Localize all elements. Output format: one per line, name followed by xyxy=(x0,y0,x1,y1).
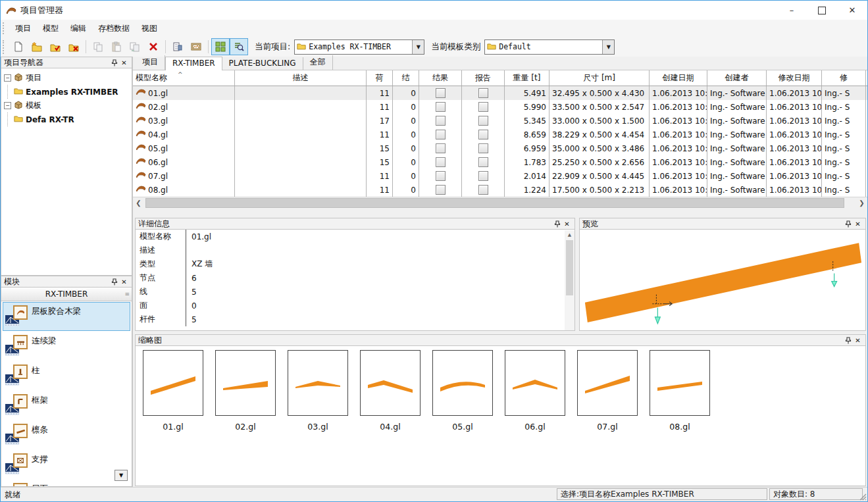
module-item-glulam-beam[interactable]: 层板胶合木梁 xyxy=(3,302,130,331)
resize-grip[interactable] xyxy=(859,493,867,501)
expander-minus-icon[interactable]: − xyxy=(4,74,11,82)
column-header-2[interactable]: 描述 xyxy=(235,70,367,86)
thumbnail-item-04.gl[interactable]: 04.gl xyxy=(354,350,426,432)
paste-button[interactable] xyxy=(107,38,126,55)
module-item-roof[interactable]: 屋面 xyxy=(3,480,130,487)
module-item-column[interactable]: 柱 xyxy=(3,361,130,390)
results-checkbox[interactable] xyxy=(436,102,446,112)
modules-pin-icon[interactable] xyxy=(109,277,119,286)
report-checkbox[interactable] xyxy=(478,102,488,112)
scroll-right-icon[interactable]: ❯ xyxy=(856,197,867,209)
details-pin-icon[interactable] xyxy=(552,219,562,228)
report-checkbox[interactable] xyxy=(478,130,488,139)
scroll-up-icon[interactable]: ▲ xyxy=(565,230,574,239)
report-checkbox[interactable] xyxy=(478,143,488,153)
thumbnail-item-01.gl[interactable]: 01.gl xyxy=(137,350,209,432)
table-horizontal-scrollbar[interactable]: ❮ ❯ xyxy=(133,197,867,209)
menu-item-4[interactable]: 存档数据 xyxy=(92,22,136,35)
delete-project-button[interactable] xyxy=(64,38,83,55)
tab-plate-buckling[interactable]: PLATE-BUCKLING xyxy=(222,57,303,70)
report-checkbox[interactable] xyxy=(478,171,488,181)
tab-项目[interactable]: 项目 xyxy=(136,55,165,70)
results-checkbox[interactable] xyxy=(436,116,446,126)
thumbnail-item-07.gl[interactable]: 07.gl xyxy=(571,350,644,432)
menu-item-3[interactable]: 编辑 xyxy=(64,22,92,35)
current-project-dropdown-arrow-icon[interactable]: ▼ xyxy=(412,40,424,54)
column-header-4[interactable]: 结 xyxy=(393,70,419,86)
column-header-12[interactable]: 修 xyxy=(822,70,866,86)
tree-node-2[interactable]: −模板 xyxy=(1,99,132,113)
connect-project-button[interactable] xyxy=(46,38,64,55)
modules-scroll-down-button[interactable]: ▼ xyxy=(115,470,128,481)
results-checkbox[interactable] xyxy=(436,143,446,153)
thumbnail-image-gable-peak[interactable] xyxy=(505,350,565,416)
menu-item-1[interactable]: 项目 xyxy=(9,22,37,35)
thumbnail-image-taper-right[interactable] xyxy=(215,350,276,416)
results-checkbox[interactable] xyxy=(436,130,446,139)
report-checkbox[interactable] xyxy=(478,185,488,195)
table-row-04.gl[interactable]: 04.gl1108.65938.229 x 0.500 x 4.4541.06.… xyxy=(133,128,867,141)
column-header-11[interactable]: 修改日期 xyxy=(767,70,822,86)
current-project-combobox[interactable]: Examples RX-TIMBER ▼ xyxy=(294,39,424,55)
column-header-6[interactable]: 报告 xyxy=(462,70,505,86)
modules-group-header[interactable]: RX-TIMBER ≡ xyxy=(1,288,132,301)
thumbnail-image-flat-slope[interactable] xyxy=(650,350,710,416)
results-checkbox[interactable] xyxy=(436,171,446,181)
table-row-05.gl[interactable]: 05.gl1506.95935.000 x 0.500 x 3.4861.06.… xyxy=(133,141,867,155)
scrollbar-thumb[interactable] xyxy=(145,198,844,208)
table-row-08.gl[interactable]: 08.gl1101.22417.500 x 0.500 x 2.2131.06.… xyxy=(133,183,867,197)
details-scrollbar[interactable]: ▲ xyxy=(565,230,574,330)
results-checkbox[interactable] xyxy=(436,157,446,167)
template-category-combobox[interactable]: Default ▼ xyxy=(484,39,615,55)
tree-node-1[interactable]: −项目 xyxy=(1,71,132,85)
thumbnail-item-06.gl[interactable]: 06.gl xyxy=(499,350,571,432)
copy-button[interactable] xyxy=(89,38,107,55)
thumbnails-pin-icon[interactable] xyxy=(843,336,853,345)
table-row-06.gl[interactable]: 06.gl1501.78325.250 x 0.500 x 2.6561.06.… xyxy=(133,155,867,169)
thumbnail-item-08.gl[interactable]: 08.gl xyxy=(644,350,716,432)
new-model-button[interactable] xyxy=(9,38,28,55)
preview-viewport[interactable] xyxy=(579,230,866,331)
archive-button[interactable] xyxy=(187,38,205,55)
thumbnail-image-peak-left[interactable] xyxy=(360,350,421,416)
thumbnail-item-02.gl[interactable]: 02.gl xyxy=(209,350,282,432)
scrollbar-thumb[interactable] xyxy=(566,240,573,295)
results-checkbox[interactable] xyxy=(436,185,446,195)
navigator-close-icon[interactable]: ✕ xyxy=(119,58,129,67)
table-row-07.gl[interactable]: 07.gl1102.01422.909 x 0.500 x 4.4451.06.… xyxy=(133,169,867,183)
preview-close-icon[interactable]: ✕ xyxy=(853,219,863,228)
table-row-01.gl[interactable]: 01.gl1105.49132.495 x 0.500 x 4.4301.06.… xyxy=(133,86,867,100)
module-item-purlin[interactable]: 檩条 xyxy=(3,420,130,449)
thumbnail-image-slope-up-taper[interactable] xyxy=(577,350,638,416)
tree-leaf-2-1[interactable]: Defa RX-TR xyxy=(14,113,132,126)
minimize-button[interactable]: – xyxy=(777,1,807,20)
tab-rx-timber[interactable]: RX-TIMBER xyxy=(165,57,222,70)
report-checkbox[interactable] xyxy=(478,88,488,98)
thumbnails-view-toggle[interactable] xyxy=(211,38,230,55)
column-header-5[interactable]: 结果 xyxy=(419,70,462,86)
report-checkbox[interactable] xyxy=(478,157,488,167)
thumbnail-image-slope-up[interactable] xyxy=(143,350,203,416)
tab-全部[interactable]: 全部 xyxy=(303,55,333,70)
preview-view-toggle[interactable] xyxy=(230,38,248,55)
thumbnails-close-icon[interactable]: ✕ xyxy=(853,336,863,345)
maximize-button[interactable] xyxy=(807,1,837,20)
navigator-pin-icon[interactable] xyxy=(109,58,119,67)
module-item-frame[interactable]: 框架 xyxy=(3,391,130,420)
tree-leaf-1-1[interactable]: Examples RX-TIMBER xyxy=(14,85,132,99)
module-item-continuous-beam[interactable]: 连续梁 xyxy=(3,332,130,361)
column-header-9[interactable]: 创建日期 xyxy=(650,70,707,86)
preview-pin-icon[interactable] xyxy=(843,219,853,228)
module-item-bracing[interactable]: 支撑 xyxy=(3,450,130,479)
column-header-3[interactable]: 荷 xyxy=(367,70,393,86)
table-row-02.gl[interactable]: 02.gl1105.99033.500 x 0.500 x 2.5471.06.… xyxy=(133,100,867,114)
thumbnail-image-fish-peak[interactable] xyxy=(288,350,348,416)
thumbnail-item-05.gl[interactable]: 05.gl xyxy=(426,350,499,432)
results-checkbox[interactable] xyxy=(436,88,446,98)
details-close-icon[interactable]: ✕ xyxy=(562,219,572,228)
thumbnail-image-camber-arch[interactable] xyxy=(432,350,493,416)
template-category-dropdown-arrow-icon[interactable]: ▼ xyxy=(602,40,614,54)
menu-item-2[interactable]: 模型 xyxy=(37,22,64,35)
column-header-7[interactable]: 重量 [t] xyxy=(505,70,549,86)
new-project-button[interactable] xyxy=(28,38,46,55)
